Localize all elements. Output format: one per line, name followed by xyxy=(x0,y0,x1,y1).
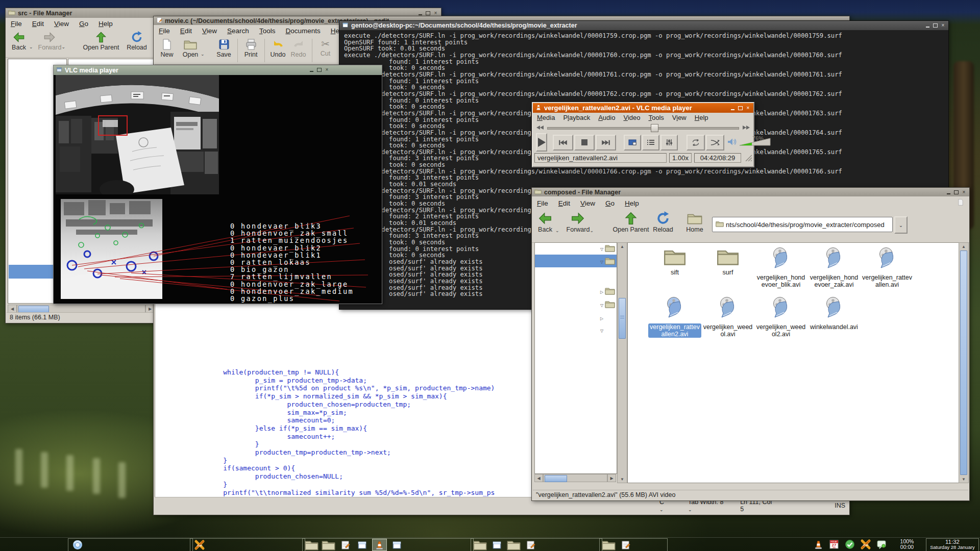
task-button-gedit[interactable] xyxy=(524,539,537,550)
menu-item-help[interactable]: Help xyxy=(99,20,113,28)
reload-button[interactable]: Reload xyxy=(127,31,147,51)
tray-icon-calendar[interactable]: FRIDAY27JAN xyxy=(828,539,840,550)
tree-row[interactable]: ▷ xyxy=(600,287,617,297)
scrollbar-thumb[interactable] xyxy=(619,298,626,339)
minimize-icon[interactable] xyxy=(309,67,314,72)
close-icon[interactable]: × xyxy=(961,189,967,195)
menu-item-view[interactable]: View xyxy=(672,114,687,121)
path-entry[interactable]: nts/school/4de/thesis/prog/movie_extract… xyxy=(712,217,893,232)
task-button-folder[interactable] xyxy=(322,539,335,550)
scrollbar-thumb[interactable] xyxy=(960,251,967,475)
file-item-vergelijken_weedol2.avi[interactable]: vergelijken_weedol2.avi xyxy=(754,296,807,346)
forward-dropdown-icon[interactable]: ⌄ xyxy=(590,228,594,233)
open-button[interactable]: Open xyxy=(180,38,201,58)
menu-item-video[interactable]: Video xyxy=(623,114,640,121)
expander-open-icon[interactable]: ▽ xyxy=(600,260,603,264)
scroll-down-icon[interactable]: ▼ xyxy=(959,475,968,483)
tree-row[interactable]: ▽ xyxy=(600,325,617,336)
task-button-vlc[interactable] xyxy=(372,539,387,551)
skip-forward-icon[interactable] xyxy=(742,123,750,132)
close-icon[interactable]: × xyxy=(940,23,946,29)
horizontal-scrollbar[interactable]: ◀ ▶ xyxy=(8,305,155,313)
maximize-icon[interactable] xyxy=(738,105,743,111)
task-button-terminal[interactable] xyxy=(490,539,504,550)
resize-grip[interactable] xyxy=(744,153,752,163)
close-icon[interactable]: × xyxy=(324,67,330,72)
open-parent-button[interactable]: Open Parent xyxy=(80,31,122,51)
play-button[interactable] xyxy=(536,133,547,152)
maximize-icon[interactable] xyxy=(316,67,322,72)
scroll-down-icon[interactable]: ▼ xyxy=(618,475,627,483)
clock[interactable]: 11:32 Saturday 28 January xyxy=(926,538,979,551)
menu-item-documents[interactable]: Documents xyxy=(285,27,320,35)
iconview-scrollbar[interactable]: ▲ ▼ xyxy=(959,242,969,483)
file-item-surf[interactable]: surf xyxy=(701,247,754,296)
titlebar[interactable]: VLC media player × xyxy=(54,65,382,75)
print-button[interactable]: Print xyxy=(241,38,261,58)
maximize-icon[interactable] xyxy=(425,10,431,16)
minimize-icon[interactable] xyxy=(946,189,951,195)
open-parent-button[interactable]: Open Parent xyxy=(609,211,653,233)
close-icon[interactable]: × xyxy=(433,10,438,16)
volume-control[interactable]: 76% xyxy=(727,137,771,148)
menu-item-edit[interactable]: Edit xyxy=(32,20,44,28)
redo-button[interactable]: Redo xyxy=(288,38,309,58)
tray-icon-vlc[interactable] xyxy=(813,539,824,550)
file-item-winkelwandel.avi[interactable]: winkelwandel.avi xyxy=(807,296,861,346)
menu-item-view[interactable]: View xyxy=(202,27,217,35)
scroll-right-icon[interactable]: ▶ xyxy=(607,474,616,482)
home-button[interactable]: Home xyxy=(684,211,705,233)
menu-item-view[interactable]: View xyxy=(580,199,595,207)
tree-pane[interactable]: ▽▽▷▽▷▽ xyxy=(534,242,617,474)
menu-item-file[interactable]: File xyxy=(11,20,22,28)
expander-closed-icon[interactable]: ▷ xyxy=(600,290,603,294)
task-button-chromium[interactable] xyxy=(70,539,84,550)
minimize-icon[interactable] xyxy=(925,23,930,29)
path-dropdown-icon[interactable]: ⌄ xyxy=(894,216,908,234)
titlebar[interactable]: gentoo@desktop-pc:~/Documents/school/4de… xyxy=(339,21,948,30)
battery-indicator[interactable]: 100% 00:00 xyxy=(889,539,925,550)
forward-dropdown-icon[interactable]: ⌄ xyxy=(61,44,65,49)
stop-button[interactable] xyxy=(574,135,595,151)
back-dropdown-icon[interactable]: ⌄ xyxy=(555,228,559,233)
tray-icon-bubble[interactable] xyxy=(876,539,887,550)
scroll-up-icon[interactable]: ▲ xyxy=(959,243,968,250)
task-button-folder[interactable] xyxy=(473,539,487,550)
tray-icon-xchat[interactable]: chat xyxy=(860,539,871,550)
task-button-terminal[interactable] xyxy=(390,539,404,550)
scroll-left-icon[interactable]: ◀ xyxy=(8,305,17,313)
seek-handle[interactable] xyxy=(651,124,658,132)
forward-button[interactable]: Forward xyxy=(567,211,590,233)
loop-button[interactable] xyxy=(687,135,705,151)
tree-row[interactable]: ▽ xyxy=(600,257,617,267)
tree-row[interactable]: ▽ xyxy=(600,300,617,310)
time-display[interactable]: 04:42/08:29 xyxy=(694,153,741,163)
open-dropdown-icon[interactable]: ⌄ xyxy=(201,52,205,57)
reload-button[interactable]: Reload xyxy=(653,211,673,233)
back-dropdown-icon[interactable]: ⌄ xyxy=(29,44,33,49)
new-button[interactable]: New xyxy=(157,38,177,58)
expander-open-icon[interactable]: ▽ xyxy=(600,329,603,333)
menu-item-edit[interactable]: Edit xyxy=(558,199,570,207)
menu-item-media[interactable]: Media xyxy=(537,114,555,121)
menu-item-file[interactable]: File xyxy=(537,199,548,207)
file-item-vergelijken_rattevallen.avi[interactable]: vergelijken_rattevallen.avi xyxy=(861,247,914,296)
scrollbar-thumb[interactable] xyxy=(545,475,567,482)
scroll-up-icon[interactable]: ▲ xyxy=(618,243,627,250)
task-button-gedit[interactable] xyxy=(338,539,352,550)
file-item-vergelijken_weedol.avi[interactable]: vergelijken_weedol.avi xyxy=(701,296,754,346)
task-button-gedit[interactable] xyxy=(619,539,632,550)
menu-item-go[interactable]: Go xyxy=(79,20,88,28)
titlebar[interactable]: vergelijken_rattevallen2.avi - VLC media… xyxy=(533,103,753,113)
menu-item-audio[interactable]: Audio xyxy=(598,114,615,121)
menu-item-playback[interactable]: Playback xyxy=(563,114,590,121)
scrollbar-thumb[interactable] xyxy=(18,306,49,313)
tree-scrollbar[interactable]: ▲ ▼ xyxy=(617,242,627,483)
task-button-xchat[interactable]: chat xyxy=(192,539,206,550)
menu-item-edit[interactable]: Edit xyxy=(180,27,192,35)
skip-back-icon[interactable] xyxy=(536,123,544,132)
back-button[interactable]: Back xyxy=(9,31,29,51)
equalizer-button[interactable] xyxy=(660,135,678,151)
menu-item-tools[interactable]: Tools xyxy=(259,27,276,35)
save-button[interactable]: Save xyxy=(214,38,234,58)
